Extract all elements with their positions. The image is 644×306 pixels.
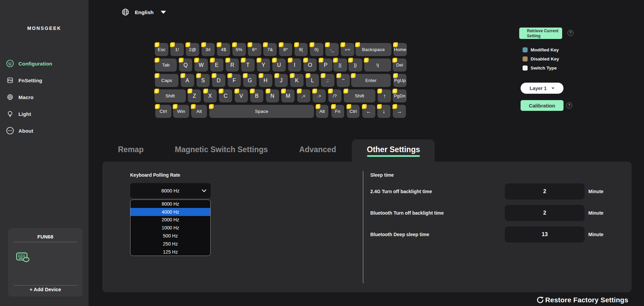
key-z-r4c2[interactable]: 0Z xyxy=(188,89,201,102)
calibration-button[interactable]: Calibration xyxy=(521,100,564,111)
tab-remap[interactable]: Remap xyxy=(118,145,144,154)
device-card[interactable]: FUN68 + Add Device xyxy=(8,228,83,297)
device-card-divider-top xyxy=(14,242,77,242)
key-d-r3c4[interactable]: 0D xyxy=(212,74,225,87)
tab-other-settings[interactable]: Other Settings xyxy=(367,145,420,154)
key-q-r2c2[interactable]: 0Q xyxy=(179,58,193,72)
retrieve-current-setting-button[interactable]: Retrieve Current Setting xyxy=(519,28,562,39)
sidebar-item-light[interactable]: Light xyxy=(6,108,31,119)
key-sym-r3c12[interactable]: 0'" xyxy=(337,74,350,87)
key-caps-r3c1[interactable]: 0Caps xyxy=(155,74,178,87)
key-pgup-r3c14[interactable]: 0PgUp xyxy=(393,74,407,87)
key-3-r1c4[interactable]: 03# xyxy=(202,43,215,56)
key-7-r1c8[interactable]: 07& xyxy=(263,43,277,56)
key-r-r2c5[interactable]: 0R xyxy=(226,58,239,72)
sidebar: MONSGEEK ConfigurationFnFnSettingMacroLi… xyxy=(0,0,89,306)
key-sym-r1c13[interactable]: 0=+ xyxy=(341,43,354,56)
key-shift-r4c1[interactable]: 0Shift xyxy=(155,89,186,102)
key-label: Backspace xyxy=(356,43,392,56)
key-g-r3c6[interactable]: 0G xyxy=(243,74,257,87)
key-win-r5c2[interactable]: 0Win xyxy=(173,105,189,118)
restore-factory-settings-button[interactable]: Restore Factory Settings xyxy=(537,296,628,304)
key-m-r4c8[interactable]: 0M xyxy=(281,89,294,102)
key-6-r1c7[interactable]: 06^ xyxy=(248,43,261,56)
key-w-r2c3[interactable]: 0W xyxy=(195,58,208,72)
key-backspace-r1c14[interactable]: 0Backspace xyxy=(356,43,392,56)
key-p-r2c11[interactable]: 0P xyxy=(319,58,332,72)
key-x-r4c3[interactable]: 0X xyxy=(204,89,217,102)
key-del-r2c15[interactable]: 0Del xyxy=(393,58,407,72)
key-e-r2c4[interactable]: 0E xyxy=(210,58,224,72)
key-enter-r3c13[interactable]: 0Enter xyxy=(351,74,391,87)
tab-magnetic-switch-settings[interactable]: Magnetic Switch Settings xyxy=(175,145,268,154)
key-2-r1c3[interactable]: 02@ xyxy=(186,43,199,56)
layer-select[interactable]: Layer 1 xyxy=(521,83,564,94)
key-pgdn-r4c14[interactable]: 0PgDn xyxy=(393,89,407,102)
key-sym-r4c11[interactable]: 0/? xyxy=(328,89,341,102)
key-n-r4c7[interactable]: 0N xyxy=(266,89,279,102)
key-s-r3c3[interactable]: 0S xyxy=(197,74,210,87)
key-i-r2c9[interactable]: 0I xyxy=(288,58,302,72)
key-8-r1c9[interactable]: 08* xyxy=(279,43,292,56)
key-sym-r4c9[interactable]: 0,< xyxy=(297,89,310,102)
key-y-r2c7[interactable]: 0Y xyxy=(257,58,270,72)
sidebar-item-label: Macro xyxy=(18,94,34,100)
key-l-r3c10[interactable]: 0L xyxy=(306,74,319,87)
key-9-r1c10[interactable]: 09( xyxy=(294,43,308,56)
key-sym-r2c12[interactable]: 0[{ xyxy=(333,58,347,72)
key-t-r2c6[interactable]: 0T xyxy=(241,58,255,72)
key-j-r3c8[interactable]: 0J xyxy=(275,74,288,87)
sidebar-item-fnsetting[interactable]: FnFnSetting xyxy=(6,75,42,86)
key-sym-r3c11[interactable]: 0;: xyxy=(321,74,334,87)
key-1-r1c2[interactable]: 01! xyxy=(170,43,184,56)
calibration-help-icon[interactable]: ? xyxy=(566,102,572,108)
key-ctrl-r5c7[interactable]: 0Ctrl xyxy=(347,105,360,118)
key-b-r4c6[interactable]: 0B xyxy=(250,89,263,102)
sidebar-item-macro[interactable]: Macro xyxy=(6,92,34,102)
key-sym-r5c10[interactable]: 0→ xyxy=(393,105,406,118)
key-space-r5c4[interactable]: 0Space xyxy=(209,105,314,118)
retrieve-help-icon[interactable]: ? xyxy=(568,30,574,36)
add-device-button[interactable]: + Add Device xyxy=(8,287,83,292)
sleep-minutes-input[interactable] xyxy=(505,183,585,200)
key-sym-r5c9[interactable]: 0↓ xyxy=(377,105,390,118)
key-c-r4c4[interactable]: 0C xyxy=(219,89,232,102)
key-alt-r5c5[interactable]: 0Alt xyxy=(316,105,328,118)
key-label: ↑ xyxy=(378,89,391,102)
sidebar-item-configuration[interactable]: Configuration xyxy=(6,58,52,69)
sidebar-item-about[interactable]: About xyxy=(6,125,33,136)
key-sym-r2c13[interactable]: 0]} xyxy=(348,58,362,72)
key-sym-r4c13[interactable]: 0↑ xyxy=(378,89,391,102)
language-caret-down-icon[interactable] xyxy=(161,11,166,14)
language-select[interactable]: English xyxy=(135,9,154,15)
key-ctrl-r5c1[interactable]: 0Ctrl xyxy=(155,105,171,118)
key-tab-r2c1[interactable]: 0Tab xyxy=(155,58,177,72)
globe-icon[interactable] xyxy=(121,8,129,16)
key-label: ;: xyxy=(321,74,334,87)
key-o-r2c10[interactable]: 0O xyxy=(304,58,317,72)
key-k-r3c9[interactable]: 0K xyxy=(290,74,304,87)
key-esc-r1c1[interactable]: 0Esc xyxy=(155,43,168,56)
key-label: ← xyxy=(362,105,375,118)
key-u-r2c8[interactable]: 0U xyxy=(272,58,286,72)
key-h-r3c7[interactable]: 0H xyxy=(259,74,272,87)
key-sym-r1c12[interactable]: 0-_ xyxy=(325,43,339,56)
polling-option-125hz[interactable]: 125 Hz xyxy=(130,248,210,256)
sleep-minutes-input[interactable] xyxy=(505,205,585,221)
key-a-r3c2[interactable]: 0A xyxy=(181,74,194,87)
key-home-r1c15[interactable]: 0Home xyxy=(393,43,407,56)
key-fn-r5c6[interactable]: 0Fn xyxy=(331,105,344,118)
key-sym-r5c8[interactable]: 0← xyxy=(362,105,375,118)
sleep-minutes-input[interactable] xyxy=(505,226,585,243)
tab-advanced[interactable]: Advanced xyxy=(299,145,336,154)
key-label: Z xyxy=(188,89,201,102)
key-0-r1c11[interactable]: 00) xyxy=(310,43,323,56)
key-sym-r2c14[interactable]: 0\| xyxy=(364,58,391,72)
key-f-r3c5[interactable]: 0F xyxy=(228,74,241,87)
key-shift-r4c12[interactable]: 0Shift xyxy=(344,89,375,102)
key-5-r1c6[interactable]: 05% xyxy=(232,43,246,56)
key-v-r4c5[interactable]: 0V xyxy=(235,89,248,102)
key-sym-r4c10[interactable]: 0.> xyxy=(313,89,326,102)
key-alt-r5c3[interactable]: 0Alt xyxy=(191,105,207,118)
key-4-r1c5[interactable]: 04$ xyxy=(217,43,230,56)
